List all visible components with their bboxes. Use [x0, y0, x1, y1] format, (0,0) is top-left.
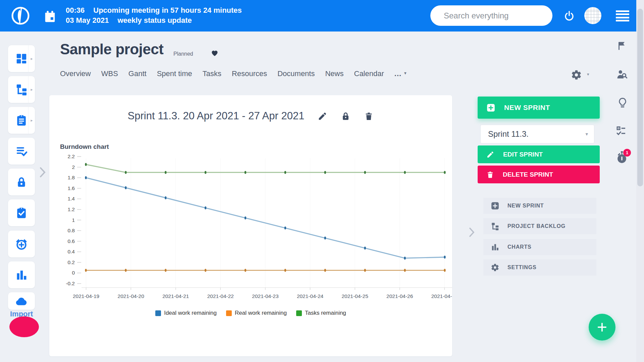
- plus-icon: +: [597, 317, 607, 337]
- power-icon[interactable]: [564, 10, 575, 21]
- tab-resources[interactable]: Resources: [232, 69, 267, 78]
- sidebar-item-approvals[interactable]: [8, 199, 35, 226]
- charts-icon: [15, 268, 28, 281]
- submenu-caret-icon[interactable]: ▸: [28, 107, 35, 134]
- chevron-down-icon[interactable]: ▾: [587, 72, 589, 77]
- menu-label: SETTINGS: [507, 264, 536, 270]
- chart-legend: Ideal work remainingReal work remainingT…: [49, 310, 452, 316]
- sidebar-item-dashboard[interactable]: ▸: [8, 45, 35, 72]
- add-fab-button[interactable]: +: [589, 314, 615, 341]
- sidebar-item-time-tracker[interactable]: [8, 231, 35, 257]
- legend-label: Ideal work remaining: [164, 310, 217, 316]
- submenu-caret-icon[interactable]: ▸: [28, 45, 35, 72]
- import-cloud-icon: [15, 296, 28, 306]
- svg-text:2021-04-23: 2021-04-23: [252, 293, 278, 299]
- sidebar-item-import[interactable]: [8, 292, 35, 310]
- sidebar-item-clipboard[interactable]: ▸: [8, 107, 35, 134]
- legend-swatch: [226, 310, 232, 316]
- backlog-tree-icon: [491, 222, 499, 231]
- svg-text:0.8: 0.8: [67, 228, 75, 233]
- project-tabs: OverviewWBSGanttSpent timeTasksResources…: [60, 69, 407, 78]
- svg-text:2021-04-20: 2021-04-20: [118, 293, 145, 299]
- legend-item: Ideal work remaining: [155, 310, 217, 316]
- avatar[interactable]: [584, 7, 601, 24]
- sidebar-item-project-tree[interactable]: ▸: [8, 76, 35, 103]
- svg-text:1.6: 1.6: [67, 185, 75, 191]
- legend-swatch: [296, 310, 302, 316]
- delete-sprint-button[interactable]: DELETE SPRINT: [478, 166, 600, 183]
- dashboard-icon: [15, 52, 28, 65]
- menu-item-new-sprint[interactable]: NEW SPRINT: [483, 198, 596, 214]
- svg-text:1.8: 1.8: [67, 175, 75, 180]
- svg-text:0.2: 0.2: [67, 259, 75, 265]
- legend-label: Tasks remaining: [305, 310, 346, 316]
- app-logo[interactable]: [11, 6, 30, 25]
- tab-gantt[interactable]: Gantt: [128, 69, 147, 78]
- svg-text:1.2: 1.2: [67, 206, 75, 212]
- clipboard-check-icon: [15, 206, 28, 219]
- tab-tasks[interactable]: Tasks: [203, 69, 221, 78]
- meeting-title: weekly status update: [117, 15, 192, 25]
- new-sprint-label: NEW SPRINT: [504, 104, 550, 112]
- project-status-badge: Planned: [173, 51, 193, 57]
- tab-more-dots: ...: [394, 69, 401, 78]
- project-settings-gear-icon[interactable]: [571, 69, 582, 80]
- sidebar-expand-chevron-icon[interactable]: [39, 167, 47, 178]
- menu-item-project-backlog[interactable]: PROJECT BACKLOG: [483, 218, 596, 234]
- svg-text:2021-04-24: 2021-04-24: [297, 293, 324, 299]
- plus-square-icon: [486, 103, 495, 112]
- tab-more[interactable]: ... ▾: [394, 69, 407, 78]
- sprint-select-value: Sprint 11.3.: [488, 129, 529, 139]
- tab-calendar[interactable]: Calendar: [354, 69, 384, 78]
- edit-sprint-button[interactable]: EDIT SPRINT: [478, 145, 600, 163]
- tab-news[interactable]: News: [325, 69, 343, 78]
- flag-icon[interactable]: [617, 41, 627, 52]
- svg-text:2021-04-25: 2021-04-25: [341, 293, 368, 299]
- submenu-caret-icon[interactable]: ▸: [28, 76, 35, 103]
- sidebar-item-task-list[interactable]: [8, 138, 35, 165]
- task-list-icon: [15, 145, 28, 158]
- legend-label: Real work remaining: [235, 310, 287, 316]
- menu-label: NEW SPRINT: [507, 203, 544, 209]
- tab-overview[interactable]: Overview: [60, 69, 91, 78]
- menu-item-settings[interactable]: SETTINGS: [483, 259, 596, 276]
- tab-documents[interactable]: Documents: [277, 69, 315, 78]
- svg-text:2021-04-19: 2021-04-19: [73, 293, 99, 299]
- notification-badge[interactable]: 1: [623, 149, 631, 157]
- meeting-date: 03 May 2021: [66, 15, 109, 25]
- user-search-icon[interactable]: [616, 69, 628, 81]
- meeting-banner[interactable]: 00:36 Upcoming meeting in 57 hours 24 mi…: [66, 5, 242, 25]
- search-input[interactable]: [430, 5, 552, 26]
- tab-wbs[interactable]: WBS: [101, 69, 118, 78]
- time-tracker-icon: [15, 238, 28, 250]
- scrollbar-track[interactable]: [636, 0, 644, 362]
- page-title: Sample project: [60, 41, 163, 58]
- svg-text:0.6: 0.6: [67, 238, 75, 244]
- delete-sprint-label: DELETE SPRINT: [503, 171, 553, 178]
- svg-text:1: 1: [72, 217, 75, 223]
- svg-text:2021-04-22: 2021-04-22: [207, 293, 234, 299]
- calendar-icon[interactable]: [44, 10, 56, 23]
- svg-text:2.2: 2.2: [67, 154, 75, 159]
- checklist-icon[interactable]: [615, 125, 627, 137]
- tab-spent-time[interactable]: Spent time: [157, 69, 192, 78]
- lightbulb-icon[interactable]: [618, 97, 628, 110]
- panel-expand-chevron-icon[interactable]: [468, 227, 476, 237]
- hamburger-icon[interactable]: [616, 10, 629, 21]
- sidebar-item-lock[interactable]: [8, 169, 35, 195]
- lock-icon: [16, 176, 27, 188]
- plus-square-icon: [491, 201, 499, 210]
- legend-swatch: [155, 310, 161, 316]
- bar-chart-icon: [491, 243, 499, 251]
- menu-item-charts[interactable]: CHARTS: [483, 239, 596, 255]
- burndown-chart: 2.221.81.61.41.210.80.60.40.20-0.22021-0…: [49, 95, 452, 356]
- new-sprint-button[interactable]: NEW SPRINT: [478, 97, 600, 119]
- favorite-heart-icon[interactable]: [211, 49, 219, 57]
- sprint-select[interactable]: Sprint 11.3. ▾: [480, 125, 594, 143]
- app-window: 00:36 Upcoming meeting in 57 hours 24 mi…: [0, 0, 644, 362]
- trash-icon: [486, 171, 494, 179]
- sidebar-item-charts[interactable]: [8, 261, 35, 288]
- import-fab[interactable]: [9, 316, 39, 337]
- svg-text:2021-04-27: 2021-04-27: [431, 293, 452, 299]
- scrollbar-thumb[interactable]: [637, 9, 643, 186]
